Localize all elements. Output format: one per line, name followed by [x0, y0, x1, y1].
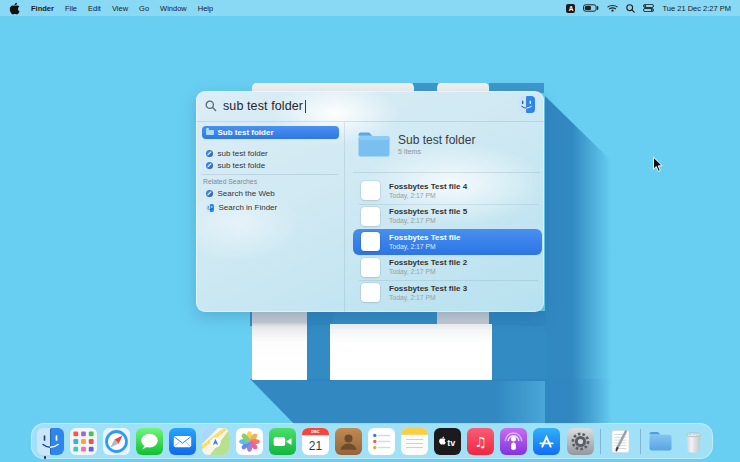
calendar-icon: DEC 21	[302, 428, 329, 455]
file-row[interactable]: Fossbytes Test file 5 Today, 2:17 PM	[345, 204, 544, 230]
dock: DEC 21	[31, 423, 713, 459]
messages-icon	[136, 428, 163, 455]
wifi-icon[interactable]	[607, 4, 618, 12]
dock-item-reminders[interactable]	[368, 428, 395, 455]
dock-item-finder[interactable]	[37, 428, 64, 455]
system-preferences-icon	[567, 428, 594, 455]
folder-icon	[647, 428, 674, 455]
maps-icon	[202, 428, 229, 455]
battery-icon[interactable]	[583, 4, 599, 12]
dock-item-mail[interactable]	[169, 428, 196, 455]
notes-icon	[401, 428, 428, 455]
svg-text:21: 21	[309, 438, 323, 452]
window-long-shadow	[303, 311, 333, 381]
dock-item-system-preferences[interactable]	[567, 428, 594, 455]
podcasts-icon	[500, 428, 527, 455]
file-name: Fossbytes Test file 5	[389, 207, 467, 217]
dock-item-calendar[interactable]: DEC 21	[302, 428, 329, 455]
document-icon	[361, 258, 380, 277]
background-window[interactable]	[330, 324, 492, 380]
dock-item-textedit[interactable]	[607, 428, 634, 455]
contacts-icon	[335, 428, 362, 455]
app-store-icon	[533, 428, 560, 455]
safari-icon	[103, 428, 130, 455]
related-search-web[interactable]: Search the Web	[202, 187, 340, 200]
menu-clock[interactable]: Tue 21 Dec 2:27 PM	[662, 4, 731, 13]
dock-item-notes[interactable]	[401, 428, 428, 455]
dock-item-tv[interactable]: tv	[434, 428, 461, 455]
control-center-icon[interactable]	[643, 4, 654, 12]
finder-icon	[37, 428, 64, 455]
input-source-icon[interactable]: A	[566, 4, 575, 13]
desktop[interactable]: sub test folder Sub test folder	[0, 0, 740, 462]
trash-icon	[680, 428, 707, 455]
svg-text:tv: tv	[447, 437, 455, 447]
menu-item-view[interactable]: View	[112, 4, 128, 13]
launchpad-icon	[70, 428, 97, 455]
spotlight-window: sub test folder Sub test folder	[196, 91, 544, 312]
window-long-shadow	[489, 311, 545, 381]
dock-item-folder[interactable]	[647, 428, 674, 455]
dock-item-messages[interactable]	[136, 428, 163, 455]
menu-item-edit[interactable]: Edit	[88, 4, 101, 13]
dock-item-podcasts[interactable]	[500, 428, 527, 455]
file-row-selected[interactable]: Fossbytes Test file Today, 2:17 PM	[345, 229, 544, 255]
dock-item-launchpad[interactable]	[70, 428, 97, 455]
menu-app-name[interactable]: Finder	[31, 4, 54, 13]
result-top-hit[interactable]: Sub test folder	[202, 126, 339, 139]
menu-item-go[interactable]: Go	[139, 4, 149, 13]
menu-item-help[interactable]: Help	[198, 4, 213, 13]
file-name: Fossbytes Test file	[389, 233, 460, 243]
result-label: Sub test folder	[218, 128, 274, 137]
file-row[interactable]: Fossbytes Test file 3 Today, 2:17 PM	[345, 280, 544, 306]
apple-menu-icon[interactable]	[9, 2, 20, 15]
dock-item-music[interactable]: ♫	[467, 428, 494, 455]
menu-bar: Finder File Edit View Go Window Help A	[0, 0, 740, 16]
preview-item-count: 5 Items	[398, 148, 421, 155]
dock-item-trash[interactable]	[680, 428, 707, 455]
file-row[interactable]: Fossbytes Test file 4 Today, 2:17 PM	[345, 178, 544, 204]
finder-icon	[518, 96, 535, 117]
text-caret	[305, 100, 306, 113]
result-label: Search in Finder	[219, 203, 278, 212]
document-icon	[361, 207, 380, 226]
dock-item-appstore[interactable]	[533, 428, 560, 455]
dock-item-photos[interactable]	[236, 428, 263, 455]
finder-icon	[206, 204, 214, 212]
document-icon	[361, 232, 380, 251]
document-icon	[361, 283, 380, 302]
spotlight-results-pane: Sub test folder sub test folder sub test…	[196, 122, 345, 312]
spotlight-search-field[interactable]: sub test folder	[196, 91, 544, 121]
textedit-icon	[607, 428, 634, 455]
facetime-icon	[269, 428, 296, 455]
related-searches-header: Related Searches	[203, 178, 257, 185]
menu-item-file[interactable]: File	[65, 4, 77, 13]
safari-icon	[206, 190, 213, 197]
web-globe-icon	[206, 150, 213, 157]
folder-icon-large	[357, 130, 391, 158]
result-web-suggestion[interactable]: sub test folde	[202, 159, 340, 172]
background-window[interactable]	[252, 312, 307, 380]
running-app-indicator	[44, 456, 47, 459]
spotlight-icon[interactable]	[626, 4, 635, 13]
menu-item-window[interactable]: Window	[160, 4, 187, 13]
dock-item-safari[interactable]	[103, 428, 130, 455]
dock-item-facetime[interactable]	[269, 428, 296, 455]
file-name: Fossbytes Test file 2	[389, 258, 467, 268]
document-icon	[361, 181, 380, 200]
spotlight-preview-pane: Sub test folder 5 Items Fossbytes Test f…	[345, 122, 544, 312]
file-date: Today, 2:17 PM	[389, 294, 467, 302]
file-date: Today, 2:17 PM	[389, 217, 467, 225]
file-date: Today, 2:17 PM	[389, 243, 460, 251]
file-row[interactable]: Fossbytes Test file 2 Today, 2:17 PM	[345, 255, 544, 281]
dock-item-contacts[interactable]	[335, 428, 362, 455]
divider	[202, 174, 338, 175]
svg-text:♫: ♫	[474, 433, 487, 449]
photos-icon	[236, 428, 263, 455]
related-search-finder[interactable]: Search in Finder	[202, 201, 340, 214]
mail-icon	[169, 428, 196, 455]
dock-divider	[640, 429, 641, 454]
dock-item-maps[interactable]	[202, 428, 229, 455]
result-label: sub test folde	[218, 161, 266, 170]
reminders-icon	[368, 428, 395, 455]
